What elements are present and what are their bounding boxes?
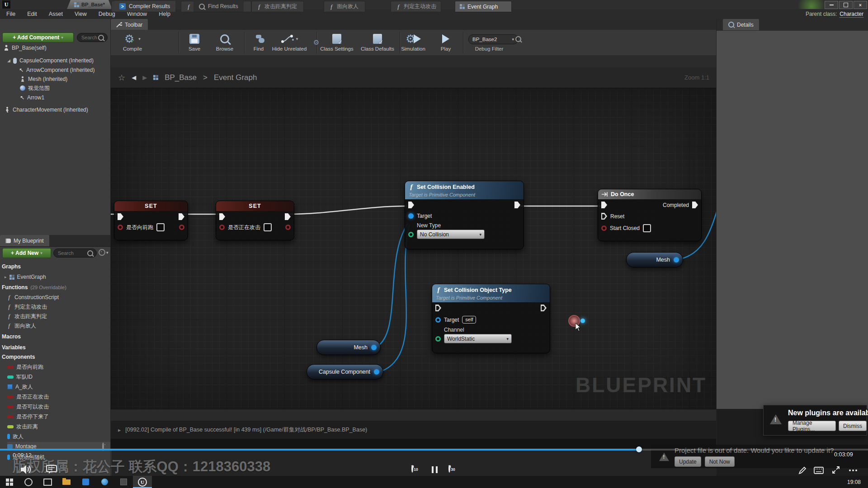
exec-in-pin[interactable]: [601, 202, 607, 208]
tab-compiler-results[interactable]: > Compiler Results: [114, 1, 175, 12]
tab-details[interactable]: Details: [723, 19, 759, 30]
tab-judge-attack[interactable]: f 判定主动攻击: [391, 1, 441, 12]
not-now-button[interactable]: Not Now: [705, 456, 735, 467]
target-pin[interactable]: [435, 317, 441, 323]
class-settings-button[interactable]: ⚙ Class Settings: [317, 32, 356, 52]
tab-attack-range[interactable]: f 攻击距离判定: [251, 1, 304, 12]
start-closed-pin[interactable]: [601, 225, 607, 231]
bool-in-pin[interactable]: [118, 225, 123, 230]
node-set-collision-enabled[interactable]: f Set Collision Enabled Target is Primit…: [405, 181, 524, 249]
class-defaults-button[interactable]: Class Defaults: [358, 32, 397, 52]
bool-in-pin[interactable]: [219, 225, 225, 230]
menu-edit[interactable]: Edit: [27, 11, 37, 17]
bool-checkbox[interactable]: [264, 223, 272, 231]
event-graph-canvas[interactable]: SET 是否向前跑 SET 是否正在攻击 f Set: [111, 88, 717, 409]
debug-search-icon[interactable]: [515, 36, 521, 42]
node-mesh-getter[interactable]: Mesh: [316, 340, 381, 355]
bool-out-pin[interactable]: [179, 225, 184, 230]
keyboard-icon[interactable]: [814, 467, 824, 474]
update-button[interactable]: Update: [675, 456, 701, 467]
maximize-button[interactable]: [839, 1, 853, 9]
parent-class-value[interactable]: Character: [840, 11, 863, 18]
volume-icon[interactable]: [21, 465, 33, 474]
node-set-attacking[interactable]: SET 是否正在攻击: [216, 201, 294, 240]
node-capsule-getter[interactable]: Capsule Component: [307, 364, 383, 380]
myblueprint-search[interactable]: [53, 249, 97, 258]
tab-my-blueprint[interactable]: My Blueprint: [0, 235, 49, 246]
rewind-10-button[interactable]: 10: [411, 465, 420, 474]
pinned-app-icon[interactable]: [76, 476, 95, 488]
expander-icon[interactable]: ▸: [5, 275, 7, 279]
tab-face-enemy[interactable]: f 面向敌人: [324, 1, 365, 12]
close-button[interactable]: ×: [854, 1, 867, 9]
more-options-icon[interactable]: [849, 469, 857, 471]
tab-find-results[interactable]: Find Results: [193, 1, 244, 12]
exec-in-pin[interactable]: [219, 213, 225, 220]
enum-pin[interactable]: [408, 232, 414, 237]
object-out-pin[interactable]: [371, 345, 377, 350]
cortana-button[interactable]: [19, 476, 38, 488]
file-explorer-icon[interactable]: [57, 476, 76, 488]
back-icon[interactable]: ◀: [132, 74, 136, 81]
browser-icon[interactable]: [95, 476, 114, 488]
tab-toolbar[interactable]: Toolbar: [111, 19, 148, 30]
compile-button[interactable]: ⚙✓ ▾ Compile: [113, 32, 152, 52]
breadcrumb-root[interactable]: BP_Base: [165, 73, 197, 82]
add-new-button[interactable]: + Add New▾: [2, 248, 51, 258]
node-set-collision-object-type[interactable]: f Set Collision Object Type Target is Pr…: [432, 284, 550, 353]
enum-pin[interactable]: [435, 336, 441, 342]
fullscreen-icon[interactable]: [832, 466, 840, 474]
highlighted-pin[interactable]: [580, 319, 585, 323]
components-search[interactable]: [77, 33, 108, 42]
bool-checkbox[interactable]: [643, 224, 651, 232]
tab-event-graph[interactable]: Event Graph: [455, 1, 512, 12]
bool-out-pin[interactable]: [285, 225, 291, 230]
bool-checkbox[interactable]: [156, 223, 165, 231]
add-component-button[interactable]: + Add Component▾: [2, 33, 74, 42]
play-button[interactable]: Play: [433, 32, 458, 52]
task-view-button[interactable]: [38, 476, 57, 488]
exec-out-pin[interactable]: [179, 213, 184, 220]
completed-out-pin[interactable]: [692, 202, 698, 208]
video-progress-knob[interactable]: [636, 446, 642, 452]
browse-button[interactable]: Browse: [210, 32, 239, 52]
menu-file[interactable]: File: [6, 11, 15, 17]
reset-pin[interactable]: [601, 213, 607, 220]
exec-in-pin[interactable]: [408, 202, 414, 208]
menu-asset[interactable]: Asset: [49, 11, 63, 17]
log-line[interactable]: [0992.02] Compile of BP_Base successful!…: [125, 426, 367, 434]
manage-plugins-button[interactable]: Manage Plugins...: [788, 421, 836, 431]
exec-out-pin[interactable]: [285, 213, 291, 220]
pause-button[interactable]: [432, 466, 438, 473]
exec-out-pin[interactable]: [541, 305, 547, 311]
object-out-pin[interactable]: [674, 257, 679, 263]
exec-out-pin[interactable]: [514, 202, 520, 208]
exec-in-pin[interactable]: [118, 213, 123, 220]
exec-in-pin[interactable]: [435, 305, 441, 311]
expander-icon[interactable]: ◢: [7, 58, 10, 63]
node-do-once[interactable]: Do Once Completed Reset Start Closed: [598, 189, 702, 241]
pinned-app-icon[interactable]: [114, 476, 133, 488]
asset-tab[interactable]: BP_Base*: [67, 0, 112, 9]
hide-unrelated-button[interactable]: ▾ Hide Unrelated: [267, 32, 312, 52]
node-set-run-forward[interactable]: SET 是否向前跑: [114, 201, 188, 240]
object-out-pin[interactable]: [374, 369, 379, 375]
menu-view[interactable]: View: [75, 11, 87, 17]
myblueprint-search-input[interactable]: [57, 250, 87, 256]
visibility-filter[interactable]: ▾: [99, 249, 108, 256]
forward-icon[interactable]: ▶: [142, 74, 147, 81]
components-search-input[interactable]: [80, 34, 98, 41]
save-button[interactable]: Save: [182, 32, 207, 52]
unreal-taskbar-icon[interactable]: U: [133, 476, 152, 488]
target-pin[interactable]: [408, 213, 414, 219]
channel-dropdown[interactable]: WorldStatic▾: [444, 334, 512, 343]
simulation-button[interactable]: ⚙ Simulation: [396, 32, 430, 52]
node-mesh-getter[interactable]: Mesh: [626, 252, 683, 267]
new-type-dropdown[interactable]: No Collision▾: [417, 230, 485, 239]
minimize-button[interactable]: [825, 1, 838, 9]
edit-pencil-icon[interactable]: [798, 466, 807, 474]
forward-30-button[interactable]: 30: [448, 465, 458, 474]
subtitle-icon[interactable]: [46, 465, 57, 474]
favorite-star-icon[interactable]: ☆: [118, 73, 125, 83]
start-button[interactable]: [0, 476, 19, 488]
